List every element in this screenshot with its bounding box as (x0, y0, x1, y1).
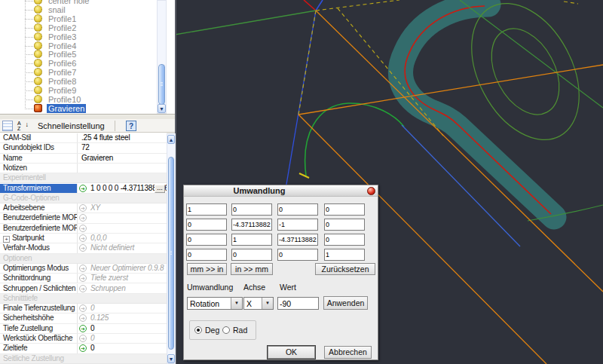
property-value[interactable]: ➜ Tiefe zuerst ... (78, 274, 167, 283)
tree-item[interactable]: Profile8 (0, 77, 157, 86)
property-row[interactable]: +Finale Tiefenzustellung ➜ 0 ... (0, 304, 167, 314)
matrix-cell-1-1[interactable] (231, 219, 272, 231)
tree-scrollbar-down-arrow[interactable]: ▼ (158, 104, 166, 113)
property-value[interactable]: ➜ 0 ... (78, 324, 167, 333)
property-row[interactable]: +Schruppen / Schlichten ➜ Schruppen ... (0, 284, 167, 294)
matrix-cell-1-0[interactable] (186, 219, 227, 231)
mm-to-in-button[interactable]: mm >> in (187, 263, 227, 275)
categorize-icon[interactable] (2, 121, 13, 131)
tree-item[interactable]: Profile10 (0, 95, 157, 104)
property-value[interactable]: ➜ 0.125 ... (78, 314, 167, 323)
chevron-down-icon[interactable]: ▼ (262, 298, 273, 309)
property-value[interactable]: ➜ 72 ... (78, 143, 167, 152)
property-row[interactable]: +Tiefe Zustellung ➜ 0 ... (0, 324, 167, 334)
close-icon[interactable] (367, 187, 375, 195)
property-value[interactable]: ➜ 0 ... (78, 304, 167, 313)
grid-scrollbar-up-arrow[interactable]: ▲ (167, 135, 175, 144)
property-row[interactable]: +Benutzerdefinierte MOP K ➜ ... (0, 213, 167, 223)
chevron-down-icon[interactable]: ▼ (231, 298, 242, 309)
tree-item[interactable]: Gravieren (0, 104, 157, 113)
property-grid-scrollbar[interactable]: ▲ ▼ (167, 133, 176, 364)
property-value[interactable]: ➜ ... (78, 224, 167, 233)
property-row[interactable]: +Optimierungs Modus ➜ Neuer Optimierer 0… (0, 264, 167, 274)
ok-button[interactable]: OK (268, 346, 315, 359)
property-value[interactable]: ➜ 0 ... (78, 334, 167, 343)
quick-settings-button[interactable]: Schnelleinstellung (38, 121, 105, 130)
tree-scrollbar[interactable]: ▼ (157, 0, 167, 114)
apply-button[interactable]: Anwenden (323, 296, 368, 310)
property-row[interactable]: +Grundobjekt IDs ➜ 72 ... (0, 143, 167, 153)
property-row[interactable]: +Schnittordnung ➜ Tiefe zuerst ... (0, 274, 167, 283)
tree-item[interactable]: Profile1 (0, 14, 157, 23)
property-value[interactable]: ➜ XY ... (78, 203, 167, 213)
property-row[interactable]: +G-Code-Optionen ➜ ... (0, 194, 167, 203)
tree-item[interactable]: Profile5 (0, 50, 157, 59)
property-value[interactable]: ➜ 0 ... (78, 344, 167, 353)
matrix-cell-3-3[interactable] (324, 249, 365, 261)
property-value[interactable]: ➜ Nicht definiert ... (78, 243, 167, 252)
radio-rad[interactable]: Rad (222, 326, 249, 335)
matrix-cell-0-3[interactable] (324, 203, 365, 216)
property-value[interactable]: ➜ 0,0,0 ... (78, 234, 167, 243)
property-row[interactable]: +Name ➜ Gravieren ... (0, 154, 167, 164)
property-value[interactable]: ➜ Neuer Optimierer 0.9.8 ... (78, 264, 167, 273)
matrix-cell-3-2[interactable] (277, 249, 318, 261)
matrix-cell-3-1[interactable] (231, 249, 272, 261)
property-value[interactable]: ➜ ... (78, 213, 167, 222)
grid-scrollbar-thumb[interactable] (168, 157, 174, 350)
property-row[interactable]: +Notizen ➜ ... (0, 164, 167, 173)
property-row[interactable]: +Sicherheitshöhe ➜ 0.125 ... (0, 314, 167, 323)
matrix-cell-2-0[interactable] (186, 234, 227, 246)
cancel-button[interactable]: Abbrechen (324, 346, 372, 359)
tree-item[interactable]: Profile6 (0, 59, 157, 68)
property-row[interactable]: +Arbeitsebene ➜ XY ... (0, 203, 167, 213)
matrix-cell-0-0[interactable] (186, 203, 227, 216)
property-value[interactable]: ➜ Schruppen ... (78, 284, 167, 293)
property-value[interactable]: ➜ ... (78, 164, 167, 173)
property-row[interactable]: +Werkstück Oberfläche ➜ 0 ... (0, 334, 167, 344)
property-row[interactable]: +Schnitttiefe ➜ ... (0, 294, 167, 304)
matrix-cell-1-2[interactable] (277, 219, 318, 231)
property-row[interactable]: +Startpunkt ➜ 0,0,0 ... (0, 234, 167, 243)
matrix-cell-2-1[interactable] (231, 234, 272, 246)
reset-button[interactable]: Zurücksetzen (315, 263, 375, 275)
property-row[interactable]: +CAM-Stil ➜ .25 4 flute steel ... (0, 133, 167, 143)
sort-alphabetical-icon[interactable]: A Z ↓ (17, 121, 29, 131)
matrix-cell-0-2[interactable] (277, 203, 318, 216)
matrix-cell-0-1[interactable] (231, 203, 272, 216)
property-grid[interactable]: +CAM-Stil ➜ .25 4 flute steel ... +Grund… (0, 133, 167, 364)
shape-icon (34, 86, 42, 94)
drawing-tree[interactable]: center hole snail Profile1 Profile2 (0, 0, 175, 115)
matrix-cell-1-3[interactable] (324, 219, 365, 231)
tree-item[interactable]: Profile9 (0, 86, 157, 95)
tree-item[interactable]: snail (0, 5, 157, 14)
matrix-cell-2-3[interactable] (324, 234, 365, 246)
property-row[interactable]: +Transformieren ➜ 1 0 0 0 0 -4.371138828… (0, 184, 167, 194)
tree-scrollbar-thumb[interactable] (158, 64, 165, 105)
radio-deg[interactable]: Deg (194, 326, 222, 335)
property-value[interactable]: ➜ Gravieren ... (78, 154, 167, 163)
property-value[interactable]: ➜ .25 4 flute steel ... (78, 133, 167, 142)
tree-item[interactable]: Profile4 (0, 41, 157, 50)
property-row[interactable]: +Benutzerdefinierte MOP Fu ➜ ... (0, 224, 167, 234)
property-row[interactable]: +Zieltiefe ➜ 0 ... (0, 344, 167, 353)
tree-item[interactable]: Profile7 (0, 68, 157, 77)
grid-scrollbar-down-arrow[interactable]: ▼ (167, 354, 175, 363)
property-value[interactable]: ➜ 1 0 0 0 0 -4.3711388286 ... (78, 184, 167, 193)
value-input[interactable] (277, 297, 319, 310)
matrix-cell-3-0[interactable] (186, 249, 227, 261)
in-to-mm-button[interactable]: in >> mm (231, 263, 273, 275)
property-row[interactable]: +Experimentell ➜ ... (0, 173, 167, 183)
matrix-cell-2-2[interactable] (277, 234, 318, 246)
property-row[interactable]: +Seitliche Zustellung ➜ ... (0, 354, 167, 364)
axis-select[interactable]: X ▼ (243, 297, 274, 310)
tree-item[interactable]: Profile2 (0, 23, 157, 32)
help-icon[interactable]: ? (126, 121, 136, 131)
transform-type-select[interactable]: Rotation ▼ (187, 297, 243, 310)
ellipsis-editor-button[interactable]: ... (155, 185, 165, 193)
expand-icon[interactable]: + (3, 236, 10, 243)
tree-item[interactable]: Profile3 (0, 32, 157, 41)
dialog-title-bar[interactable]: Umwandlung (184, 185, 378, 197)
property-row[interactable]: +Optionen ➜ ... (0, 254, 167, 264)
property-row[interactable]: +Verfahr-Modus ➜ Nicht definiert ... (0, 243, 167, 253)
